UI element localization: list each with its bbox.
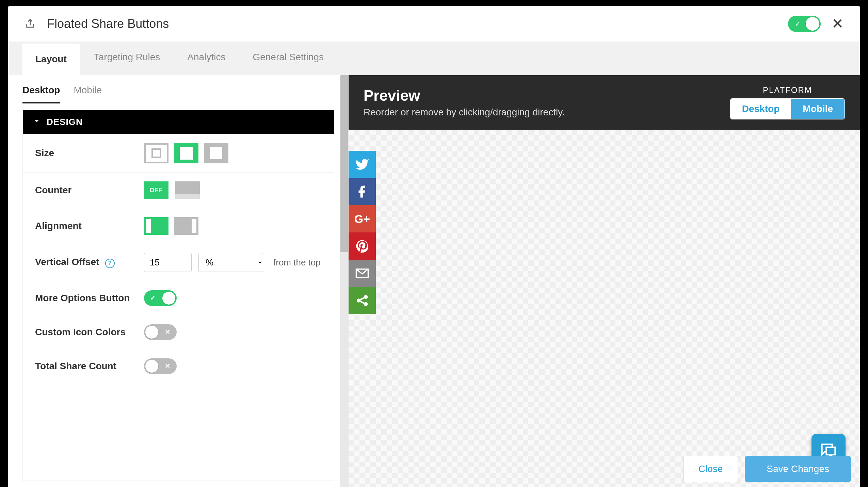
modal-body: Desktop Mobile DESIGN Size	[8, 75, 860, 487]
total-share-toggle[interactable]	[144, 358, 177, 374]
svg-point-0	[357, 299, 360, 302]
size-option-small[interactable]	[144, 143, 168, 163]
settings-pane: Desktop Mobile DESIGN Size	[8, 75, 349, 487]
modal-footer: Close Save Changes	[683, 456, 851, 482]
share-button-column: G+	[349, 151, 376, 314]
chevron-down-icon	[33, 117, 41, 127]
device-subtabs: Desktop Mobile	[8, 75, 349, 103]
platform-mobile-button[interactable]: Mobile	[791, 99, 845, 119]
primary-tabs: Layout Targeting Rules Analytics General…	[8, 42, 860, 75]
share-button-google-plus[interactable]: G+	[349, 205, 376, 232]
size-options	[144, 143, 228, 163]
hint-from-top: from the top	[273, 257, 321, 268]
close-icon[interactable]: ✕	[832, 17, 843, 31]
platform-label: PLATFORM	[730, 85, 845, 95]
label-size: Size	[35, 148, 137, 159]
row-custom-colors: Custom Icon Colors	[23, 315, 334, 349]
row-counter: Counter OFF	[23, 173, 334, 208]
preview-canvas: G+ Close Save C	[349, 130, 860, 487]
preview-pane: Preview Reorder or remove by clicking/dr…	[349, 75, 860, 487]
label-counter: Counter	[35, 185, 137, 196]
design-panel: DESIGN Size Counter OFF Alignme	[22, 110, 334, 481]
more-options-toggle[interactable]	[144, 290, 177, 306]
size-option-medium[interactable]	[174, 143, 198, 163]
share-button-twitter[interactable]	[349, 151, 376, 178]
size-option-large[interactable]	[204, 143, 228, 163]
platform-buttons: Desktop Mobile	[730, 98, 845, 119]
platform-switch: PLATFORM Desktop Mobile	[730, 85, 845, 119]
vertical-offset-unit-select[interactable]: %	[198, 253, 263, 272]
tab-analytics[interactable]: Analytics	[174, 42, 239, 75]
feature-enable-toggle[interactable]: ✓	[788, 16, 821, 32]
label-vertical-offset-text: Vertical Offset	[35, 257, 99, 267]
row-alignment: Alignment	[23, 208, 334, 244]
vertical-offset-input[interactable]	[144, 253, 192, 272]
preview-header: Preview Reorder or remove by clicking/dr…	[349, 75, 860, 130]
row-total-share: Total Share Count	[23, 349, 334, 383]
row-more-options: More Options Button	[23, 281, 334, 315]
platform-desktop-button[interactable]: Desktop	[730, 99, 791, 119]
tab-general-settings[interactable]: General Settings	[239, 42, 337, 75]
row-size: Size	[23, 134, 334, 173]
alignment-option-right[interactable]	[174, 217, 198, 235]
save-changes-button[interactable]: Save Changes	[745, 456, 851, 482]
label-vertical-offset: Vertical Offset ?	[35, 257, 137, 268]
design-section-header[interactable]: DESIGN	[23, 110, 334, 134]
subtab-desktop[interactable]: Desktop	[22, 85, 60, 103]
header-actions: ✓ ✕	[788, 16, 843, 32]
modal-title: Floated Share Buttons	[47, 17, 788, 31]
tab-targeting-rules[interactable]: Targeting Rules	[80, 42, 174, 75]
preview-subtitle: Reorder or remove by clicking/dragging d…	[364, 107, 730, 118]
label-custom-colors: Custom Icon Colors	[35, 327, 137, 338]
svg-point-1	[365, 296, 367, 298]
share-button-pinterest[interactable]	[349, 232, 376, 260]
settings-modal: Floated Share Buttons ✓ ✕ Layout Targeti…	[8, 6, 860, 487]
alignment-options	[144, 217, 198, 235]
share-button-email[interactable]	[349, 260, 376, 287]
counter-option-off[interactable]: OFF	[144, 181, 168, 199]
share-button-more[interactable]	[349, 287, 376, 314]
subtab-mobile[interactable]: Mobile	[74, 85, 101, 103]
help-icon[interactable]: ?	[105, 259, 115, 268]
preview-title: Preview	[364, 87, 730, 104]
label-more-options: More Options Button	[35, 293, 137, 304]
share-button-facebook[interactable]	[349, 178, 376, 205]
counter-option-on[interactable]	[175, 181, 200, 199]
section-title: DESIGN	[47, 117, 83, 127]
scrollbar-thumb[interactable]	[340, 75, 348, 252]
share-icon	[25, 18, 37, 30]
settings-scrollbar[interactable]	[340, 75, 349, 487]
alignment-option-left[interactable]	[144, 217, 168, 235]
label-alignment: Alignment	[35, 221, 137, 231]
custom-colors-toggle[interactable]	[144, 324, 177, 340]
label-total-share: Total Share Count	[35, 361, 137, 372]
modal-header: Floated Share Buttons ✓ ✕	[8, 6, 860, 42]
preview-titles: Preview Reorder or remove by clicking/dr…	[364, 87, 730, 118]
close-button[interactable]: Close	[683, 456, 738, 482]
tab-layout[interactable]: Layout	[22, 44, 80, 75]
row-vertical-offset: Vertical Offset ? % from the top	[23, 244, 334, 281]
svg-point-2	[365, 303, 367, 305]
